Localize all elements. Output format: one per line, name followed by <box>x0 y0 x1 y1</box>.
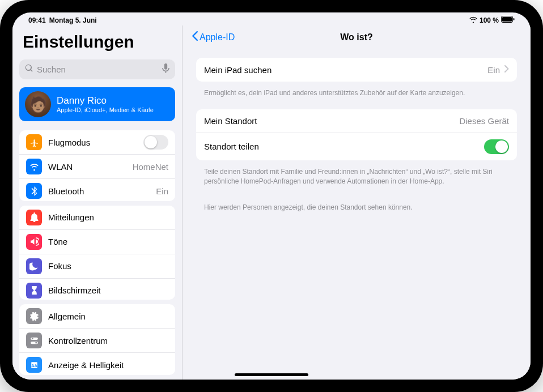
avatar: 🧑🏽 <box>25 91 51 117</box>
sidebar: Einstellungen 🧑🏽 Danny Rico Apple-ID, iC… <box>12 25 183 380</box>
search-bar[interactable] <box>19 59 175 79</box>
screentime-label: Bildschirmzeit <box>48 286 168 295</box>
battery-text: 100 % <box>480 16 499 24</box>
sidebar-item-airplane[interactable]: Flugmodus <box>19 130 175 155</box>
focus-label: Fokus <box>48 261 168 271</box>
speaker-icon <box>26 234 42 250</box>
wifi-value: HomeNet <box>133 162 168 172</box>
status-bar: 09:41 Montag 5. Juni 100 % <box>12 12 531 25</box>
share-location-label: Standort teilen <box>204 142 484 151</box>
sidebar-item-general[interactable]: Allgemein <box>19 304 175 329</box>
chevron-right-icon <box>504 65 509 75</box>
status-time: 09:41 <box>28 16 46 24</box>
find-caption: Ermöglicht es, dein iPad und anderes unt… <box>196 85 517 106</box>
detail-pane: Apple-ID Wo ist? Mein iPad suchen Ein Er… <box>183 25 531 380</box>
sidebar-group-notifications: Mitteilungen Töne Fokus Bildschirmzeit <box>19 206 175 300</box>
find-ipad-label: Mein iPad suchen <box>204 65 487 75</box>
airplane-icon <box>26 134 42 150</box>
home-indicator[interactable] <box>235 373 308 376</box>
people-caption: Hier werden Personen angezeigt, die dein… <box>196 197 517 220</box>
sidebar-item-sounds[interactable]: Töne <box>19 230 175 254</box>
wifi-icon <box>26 159 42 174</box>
svg-text:AA: AA <box>31 363 37 368</box>
back-label: Apple-ID <box>200 32 235 42</box>
battery-icon <box>501 16 515 24</box>
row-share-location: Standort teilen <box>196 133 517 160</box>
hourglass-icon <box>26 283 42 299</box>
chevron-left-icon <box>192 31 198 43</box>
row-my-location[interactable]: Mein Standort Dieses Gerät <box>196 109 517 133</box>
sidebar-item-wifi[interactable]: WLAN HomeNet <box>19 155 175 179</box>
svg-point-6 <box>35 342 37 344</box>
group-find-my: Mein iPad suchen Ein <box>196 58 517 82</box>
general-label: Allgemein <box>48 312 168 321</box>
share-location-toggle[interactable] <box>484 139 509 154</box>
sidebar-item-screentime[interactable]: Bildschirmzeit <box>19 279 175 300</box>
group-location: Mein Standort Dieses Gerät Standort teil… <box>196 109 517 160</box>
switches-icon <box>26 333 42 348</box>
search-input[interactable] <box>37 65 159 74</box>
profile-name: Danny Rico <box>57 95 154 106</box>
sidebar-group-connectivity: Flugmodus WLAN HomeNet Bluetooth Ein <box>19 130 175 201</box>
sounds-label: Töne <box>48 237 168 246</box>
sidebar-item-control-center[interactable]: Kontrollzentrum <box>19 329 175 353</box>
find-ipad-value: Ein <box>487 65 500 75</box>
screen: 09:41 Montag 5. Juni 100 % Einstellungen <box>12 12 531 380</box>
search-icon <box>25 64 33 75</box>
bluetooth-icon <box>26 183 42 199</box>
bluetooth-label: Bluetooth <box>48 186 150 196</box>
airplane-label: Flugmodus <box>48 138 137 147</box>
sidebar-item-display[interactable]: AA Anzeige & Helligkeit <box>19 353 175 375</box>
brightness-icon: AA <box>26 357 42 373</box>
sidebar-item-notifications[interactable]: Mitteilungen <box>19 206 175 230</box>
airplane-toggle[interactable] <box>143 135 168 150</box>
detail-header: Apple-ID Wo ist? <box>183 25 531 49</box>
svg-point-5 <box>31 338 33 339</box>
back-button[interactable]: Apple-ID <box>192 31 235 43</box>
wifi-icon <box>469 16 477 24</box>
profile-row[interactable]: 🧑🏽 Danny Rico Apple-ID, iCloud+, Medien … <box>19 87 175 121</box>
notifications-label: Mitteilungen <box>48 212 168 222</box>
detail-title: Wo ist? <box>340 32 372 42</box>
bluetooth-value: Ein <box>156 186 168 196</box>
my-location-value: Dieses Gerät <box>459 116 509 126</box>
svg-rect-2 <box>514 18 515 20</box>
svg-rect-1 <box>502 17 512 22</box>
display-label: Anzeige & Helligkeit <box>48 360 168 370</box>
row-find-ipad[interactable]: Mein iPad suchen Ein <box>196 58 517 82</box>
profile-subtitle: Apple-ID, iCloud+, Medien & Käufe <box>57 106 154 113</box>
sidebar-item-focus[interactable]: Fokus <box>19 254 175 279</box>
sidebar-group-general: Allgemein Kontrollzentrum AA Anzeige & H… <box>19 304 175 375</box>
share-caption: Teile deinen Standort mit Familie und Fr… <box>196 164 517 194</box>
control-label: Kontrollzentrum <box>48 336 168 346</box>
moon-icon <box>26 258 42 274</box>
my-location-label: Mein Standort <box>204 116 459 126</box>
bell-icon <box>26 210 42 225</box>
mic-icon[interactable] <box>162 63 169 75</box>
wifi-label: WLAN <box>48 162 126 172</box>
ipad-frame: 09:41 Montag 5. Juni 100 % Einstellungen <box>0 0 543 392</box>
sidebar-item-bluetooth[interactable]: Bluetooth Ein <box>19 179 175 201</box>
gear-icon <box>26 308 42 324</box>
sidebar-title: Einstellungen <box>19 30 175 55</box>
status-date: Montag 5. Juni <box>49 16 97 24</box>
